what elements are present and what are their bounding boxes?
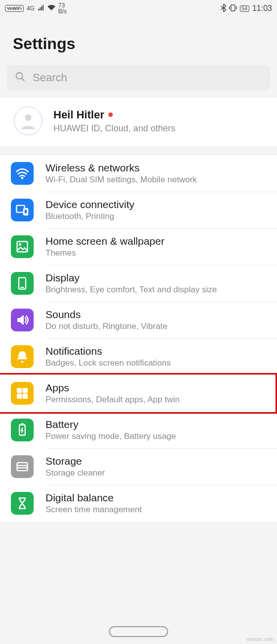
digital-balance-icon	[11, 492, 34, 515]
search-wrap	[0, 65, 277, 98]
row-title: Digital balance	[46, 492, 269, 504]
notification-dot-icon	[108, 112, 113, 117]
account-text: Heil Hitler HUAWEI ID, Cloud, and others	[53, 108, 175, 134]
svg-point-9	[19, 243, 21, 245]
storage-icon	[11, 455, 34, 478]
status-right: 54 11:03	[221, 4, 272, 13]
apps-icon	[11, 382, 34, 405]
row-title: Display	[46, 272, 269, 284]
clock: 11:03	[252, 4, 272, 13]
svg-point-3	[25, 114, 31, 121]
svg-rect-17	[21, 424, 24, 425]
svg-rect-0	[231, 5, 235, 11]
account-row[interactable]: Heil Hitler HUAWEI ID, Cloud, and others	[0, 98, 277, 146]
row-title: Notifications	[46, 345, 269, 357]
status-bar: VoWiFi 4G 73 B/s 54 11:03	[0, 0, 277, 17]
svg-rect-15	[23, 394, 27, 398]
row-text: BatteryPower saving mode, Battery usage	[46, 419, 269, 441]
data-speed: 73 B/s	[58, 2, 67, 14]
page-header: Settings	[0, 17, 277, 65]
svg-rect-16	[19, 425, 25, 435]
svg-point-1	[16, 73, 23, 79]
settings-row-sounds[interactable]: SoundsDo not disturb, Ringtone, Vibrate	[0, 302, 277, 338]
row-title: Sounds	[46, 309, 269, 321]
device-connectivity-icon	[11, 199, 34, 221]
row-text: Digital balanceScreen time management	[46, 492, 269, 515]
settings-row-storage[interactable]: StorageStorage cleaner	[0, 448, 277, 485]
settings-row-home-screen[interactable]: Home screen & wallpaperThemes	[0, 228, 277, 265]
row-title: Wireless & networks	[46, 162, 269, 174]
row-sub: Storage cleaner	[46, 468, 269, 478]
settings-row-device-connectivity[interactable]: Device connectivityBluetooth, Printing	[0, 192, 277, 228]
wireless-icon	[11, 162, 34, 185]
battery-icon	[11, 419, 34, 441]
svg-rect-7	[24, 210, 27, 214]
avatar	[14, 107, 43, 135]
row-title: Device connectivity	[46, 199, 269, 211]
row-sub: Badges, Lock screen notifications	[46, 358, 269, 368]
battery-indicator: 54	[240, 5, 249, 12]
row-text: Device connectivityBluetooth, Printing	[46, 199, 269, 221]
svg-rect-12	[17, 388, 22, 393]
svg-rect-13	[23, 388, 27, 393]
section-gap	[0, 146, 277, 155]
home-screen-icon	[11, 235, 34, 258]
account-name: Heil Hitler	[53, 108, 104, 121]
row-sub: Do not disturb, Ringtone, Vibrate	[46, 322, 269, 331]
settings-row-digital-balance[interactable]: Digital balanceScreen time management	[0, 485, 277, 522]
row-sub: Power saving mode, Battery usage	[46, 431, 269, 441]
row-text: StorageStorage cleaner	[46, 455, 269, 478]
settings-list: Wireless & networksWi-Fi, Dual SIM setti…	[0, 155, 277, 522]
row-title: Apps	[46, 382, 269, 394]
signal-icon	[38, 4, 45, 12]
settings-row-apps[interactable]: AppsPermissions, Default apps, App twin	[0, 375, 277, 412]
row-title: Battery	[46, 419, 269, 430]
row-title: Storage	[46, 455, 269, 467]
row-text: Home screen & wallpaperThemes	[46, 235, 269, 258]
search-icon	[15, 71, 26, 84]
vowifi-badge: VoWiFi	[5, 5, 24, 12]
row-sub: Themes	[46, 248, 269, 258]
notifications-icon	[11, 345, 34, 368]
page-title: Settings	[13, 35, 264, 53]
svg-rect-14	[17, 394, 22, 398]
account-sub: HUAWEI ID, Cloud, and others	[53, 123, 175, 134]
row-text: DisplayBrightness, Eye comfort, Text and…	[46, 272, 269, 295]
row-sub: Permissions, Default apps, App twin	[46, 395, 269, 405]
svg-rect-18	[17, 463, 28, 471]
nav-pill[interactable]	[109, 626, 168, 637]
row-text: Wireless & networksWi-Fi, Dual SIM setti…	[46, 162, 269, 185]
settings-row-battery[interactable]: BatteryPower saving mode, Battery usage	[0, 412, 277, 448]
settings-row-wireless[interactable]: Wireless & networksWi-Fi, Dual SIM setti…	[0, 155, 277, 192]
row-sub: Brightness, Eye comfort, Text and displa…	[46, 285, 269, 295]
row-text: AppsPermissions, Default apps, App twin	[46, 382, 269, 405]
display-icon	[11, 272, 34, 295]
row-sub: Screen time management	[46, 505, 269, 515]
search-input[interactable]	[33, 71, 262, 84]
row-text: SoundsDo not disturb, Ringtone, Vibrate	[46, 309, 269, 331]
vibrate-icon	[229, 4, 237, 13]
row-sub: Wi-Fi, Dual SIM settings, Mobile network	[46, 175, 269, 185]
svg-rect-8	[17, 242, 28, 252]
settings-row-notifications[interactable]: NotificationsBadges, Lock screen notific…	[0, 338, 277, 375]
watermark: wsxdn.com	[247, 636, 274, 642]
wifi-icon	[47, 4, 55, 12]
settings-row-display[interactable]: DisplayBrightness, Eye comfort, Text and…	[0, 265, 277, 302]
sounds-icon	[11, 309, 34, 331]
status-left: VoWiFi 4G 73 B/s	[5, 2, 67, 14]
row-sub: Bluetooth, Printing	[46, 212, 269, 221]
network-generation: 4G	[27, 5, 35, 11]
row-text: NotificationsBadges, Lock screen notific…	[46, 345, 269, 368]
bluetooth-icon	[221, 4, 226, 13]
search-bar[interactable]	[7, 65, 270, 91]
svg-line-2	[22, 78, 25, 81]
row-title: Home screen & wallpaper	[46, 235, 269, 247]
svg-point-4	[21, 177, 23, 179]
